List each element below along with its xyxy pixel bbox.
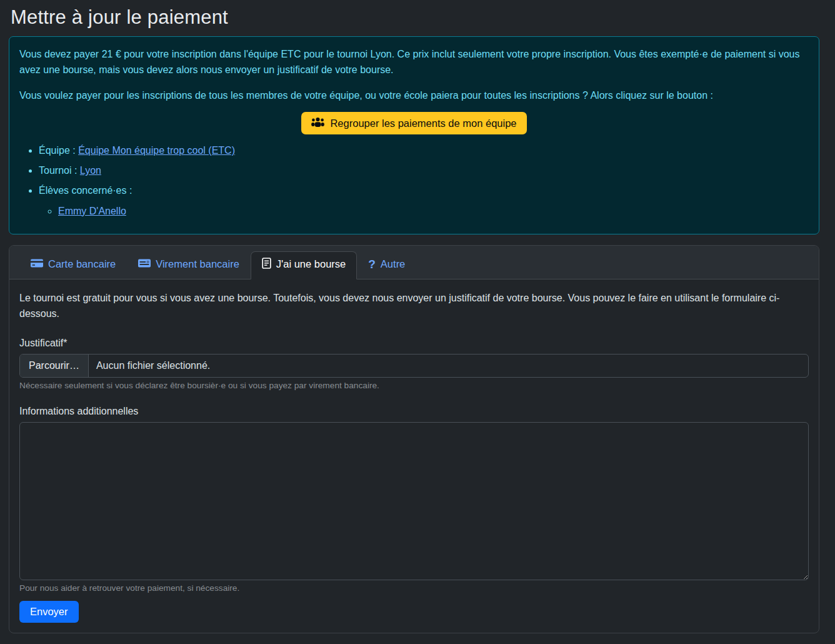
tab-label: J'ai une bourse	[276, 258, 346, 270]
eleve-link[interactable]: Emmy D'Anello	[58, 206, 126, 216]
tab-label: Carte bancaire	[48, 258, 116, 270]
users-icon	[311, 117, 324, 129]
tab-autre[interactable]: ? Autre	[357, 251, 416, 279]
alert-paragraph-group: Vous voulez payer pour les inscriptions …	[19, 88, 809, 104]
tab-virement-bancaire[interactable]: Virement bancaire	[127, 251, 251, 279]
justificatif-file-input[interactable]: Parcourir… Aucun fichier sélectionné.	[19, 354, 809, 378]
additional-info-textarea[interactable]	[19, 422, 809, 580]
tab-label: Virement bancaire	[156, 258, 239, 270]
question-icon: ?	[368, 258, 376, 270]
browse-button[interactable]: Parcourir…	[20, 355, 89, 377]
payment-info-alert: Vous devez payer 21 € pour votre inscrip…	[9, 36, 819, 234]
bourse-tab-panel: Le tournoi est gratuit pour vous si vous…	[9, 279, 819, 633]
tournoi-label: Tournoi :	[39, 165, 77, 176]
payment-tabs: Carte bancaire Virement bancaire	[9, 246, 819, 279]
alert-paragraph-price: Vous devez payer 21 € pour votre inscrip…	[19, 47, 809, 78]
tournoi-link[interactable]: Lyon	[80, 165, 101, 176]
group-payments-button[interactable]: Regrouper les paiements de mon équipe	[301, 112, 526, 134]
page-container: Mettre à jour le paiement Vous devez pay…	[9, 6, 819, 633]
page-title: Mettre à jour le paiement	[11, 6, 819, 29]
bourse-intro-text: Le tournoi est gratuit pour vous si vous…	[19, 290, 809, 322]
justificatif-label: Justificatif*	[19, 338, 809, 349]
group-payments-button-label: Regrouper les paiements de mon équipe	[330, 118, 516, 129]
list-item-eleve: Emmy D'Anello	[58, 204, 809, 219]
list-item-tournoi: Tournoi : Lyon	[39, 163, 809, 179]
eleves-label: Élèves concerné·es :	[39, 185, 132, 196]
list-item-eleves: Élèves concerné·es : Emmy D'Anello	[39, 183, 809, 219]
additional-info-label: Informations additionnelles	[19, 406, 809, 417]
file-status-text: Aucun fichier sélectionné.	[89, 355, 218, 377]
scholarship-document-icon	[262, 258, 271, 271]
additional-info-help-text: Pour nous aider à retrouver votre paieme…	[19, 583, 809, 593]
group-button-row: Regrouper les paiements de mon équipe	[19, 112, 809, 134]
equipe-label: Équipe :	[39, 145, 76, 156]
eleves-sublist: Emmy D'Anello	[39, 204, 809, 219]
list-item-equipe: Équipe : Équipe Mon équipe trop cool (ET…	[39, 143, 809, 159]
justificatif-help-text: Nécessaire seulement si vous déclarez êt…	[19, 381, 809, 390]
equipe-link[interactable]: Équipe Mon équipe trop cool (ETC)	[78, 145, 235, 156]
payment-summary-list: Équipe : Équipe Mon équipe trop cool (ET…	[19, 143, 809, 219]
payment-methods-card: Carte bancaire Virement bancaire	[9, 245, 819, 633]
submit-button[interactable]: Envoyer	[19, 601, 79, 623]
tab-label: Autre	[381, 258, 405, 270]
tab-carte-bancaire[interactable]: Carte bancaire	[19, 251, 127, 279]
credit-card-icon	[31, 258, 43, 271]
tab-jai-une-bourse[interactable]: J'ai une bourse	[251, 251, 357, 279]
bank-transfer-icon	[138, 258, 151, 271]
